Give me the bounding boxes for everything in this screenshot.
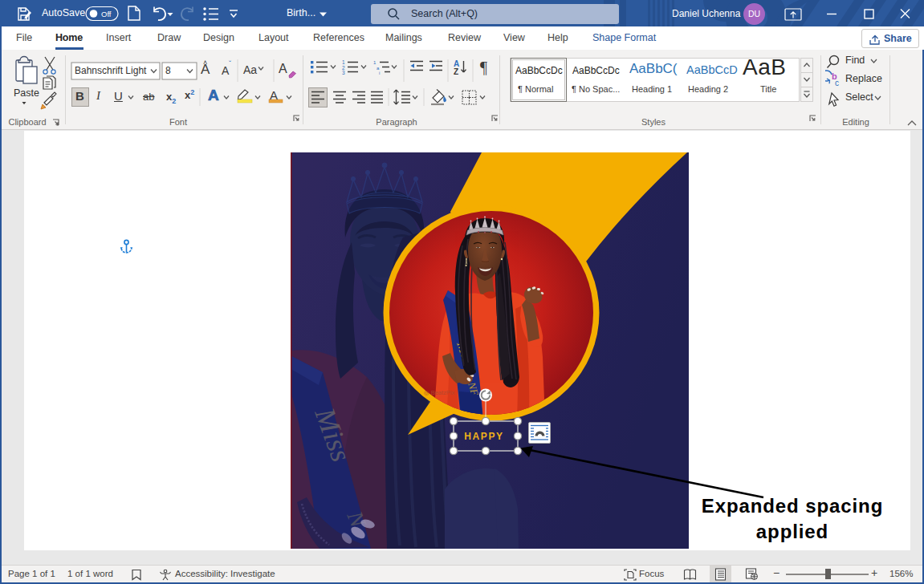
svg-text:c: c <box>835 79 839 87</box>
svg-text:¶: ¶ <box>480 59 487 76</box>
svg-text:Z: Z <box>454 67 458 76</box>
svg-text:i: i <box>379 71 380 75</box>
svg-text:a: a <box>377 66 380 71</box>
svg-text:3: 3 <box>342 70 345 75</box>
svg-text:1: 1 <box>373 60 377 65</box>
